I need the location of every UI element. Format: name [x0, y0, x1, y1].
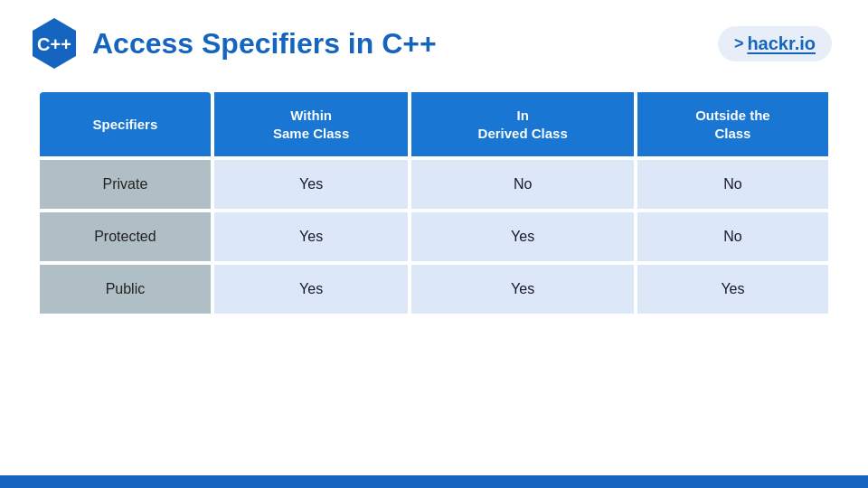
cell-protected-outside: No [637, 212, 828, 261]
cell-protected-derived: Yes [411, 212, 633, 261]
cpp-logo-icon: C++ [27, 16, 81, 70]
cell-private-derived: No [411, 160, 633, 209]
table-row: Public Yes Yes Yes [40, 265, 828, 314]
table-row: Private Yes No No [40, 160, 828, 209]
cell-public-derived: Yes [411, 265, 633, 314]
cell-protected-same: Yes [214, 212, 409, 261]
bottom-bar [0, 475, 868, 488]
table-header-row: Specifiers WithinSame Class InDerived Cl… [40, 92, 828, 156]
col-header-outside: Outside theClass [637, 92, 828, 156]
hackr-chevron-icon: > [734, 34, 744, 53]
col-header-specifiers: Specifiers [40, 92, 211, 156]
cell-private-outside: No [637, 160, 828, 209]
col-header-derived: InDerived Class [411, 92, 633, 156]
page-title: Access Specifiers in C++ [92, 27, 437, 61]
table-row: Protected Yes Yes No [40, 212, 828, 261]
specifier-public: Public [40, 265, 211, 314]
header-left: C++ Access Specifiers in C++ [27, 16, 437, 70]
cell-public-outside: Yes [637, 265, 828, 314]
col-header-same-class: WithinSame Class [214, 92, 409, 156]
hackr-badge: > hackr.io [718, 26, 832, 61]
cell-private-same: Yes [214, 160, 409, 209]
svg-text:C++: C++ [37, 34, 71, 54]
specifier-private: Private [40, 160, 211, 209]
hackr-label: hackr.io [747, 33, 816, 54]
cell-public-same: Yes [214, 265, 409, 314]
access-specifiers-table: Specifiers WithinSame Class InDerived Cl… [36, 89, 832, 317]
page-header: C++ Access Specifiers in C++ > hackr.io [0, 0, 868, 80]
specifier-protected: Protected [40, 212, 211, 261]
